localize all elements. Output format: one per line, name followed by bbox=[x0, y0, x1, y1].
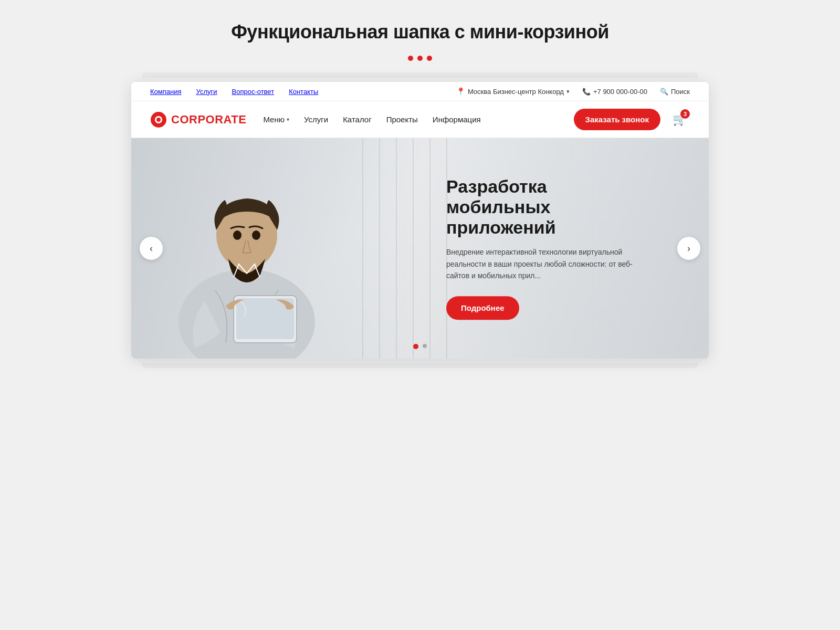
hero-line-4 bbox=[413, 138, 414, 359]
top-bar-nav: Компания Услуги Вопрос-ответ Контакты bbox=[150, 88, 318, 96]
nav-catalog-label: Каталог bbox=[343, 115, 372, 124]
dot-1 bbox=[408, 56, 413, 61]
slider-dot-1[interactable] bbox=[413, 344, 418, 349]
nav-menu-arrow-icon: ▾ bbox=[287, 117, 289, 122]
topbar-link-faq[interactable]: Вопрос-ответ bbox=[232, 88, 274, 96]
hero-more-button[interactable]: Подробнее bbox=[446, 297, 519, 320]
slider-dot-2[interactable] bbox=[423, 344, 427, 348]
decorative-dots bbox=[408, 56, 432, 61]
svg-point-6 bbox=[233, 230, 242, 240]
top-bar: Компания Услуги Вопрос-ответ Контакты 📍 … bbox=[131, 82, 709, 101]
nav-links: Меню ▾ Услуги Каталог Проекты Информация bbox=[263, 115, 573, 124]
dot-3 bbox=[427, 56, 432, 61]
call-button[interactable]: Заказать звонок bbox=[574, 109, 660, 130]
hero-line-5 bbox=[429, 138, 430, 359]
search-label: Поиск bbox=[671, 88, 690, 96]
search-trigger[interactable]: 🔍 Поиск bbox=[660, 88, 690, 96]
nav-link-catalog[interactable]: Каталог bbox=[343, 115, 372, 124]
nav-link-info[interactable]: Информация bbox=[433, 115, 481, 124]
phone-text: +7 900 000-00-00 bbox=[593, 88, 647, 96]
slider-next-icon: › bbox=[687, 243, 690, 254]
logo[interactable]: CORPORATE bbox=[150, 111, 246, 128]
phone-icon: 📞 bbox=[582, 88, 591, 96]
hero-title: Разработка мобильных приложений bbox=[446, 176, 646, 238]
nav-menu-label: Меню bbox=[263, 115, 285, 124]
nav-projects-label: Проекты bbox=[386, 115, 418, 124]
hero-content: Разработка мобильных приложений Внедрени… bbox=[446, 176, 646, 320]
location-chevron-icon: ▾ bbox=[566, 88, 570, 95]
slider-prev-button[interactable]: ‹ bbox=[140, 237, 163, 260]
logo-icon bbox=[150, 111, 167, 128]
nav-bar: CORPORATE Меню ▾ Услуги Каталог Проекты bbox=[131, 101, 709, 138]
location-pin-icon: 📍 bbox=[456, 87, 465, 96]
hero-line-3 bbox=[396, 138, 397, 359]
hero-description: Внедрение интерактивной технологии вирту… bbox=[446, 247, 646, 282]
hero-person-image bbox=[152, 143, 341, 359]
location-info[interactable]: 📍 Москва Бизнес-центр Конкорд ▾ bbox=[456, 87, 570, 96]
slider-next-button[interactable]: › bbox=[677, 237, 700, 260]
location-text: Москва Бизнес-центр Конкорд bbox=[468, 88, 564, 96]
phone-info[interactable]: 📞 +7 900 000-00-00 bbox=[582, 88, 647, 96]
cart-button[interactable]: 🛒 3 bbox=[669, 109, 690, 130]
nav-actions: Заказать звонок 🛒 3 bbox=[574, 109, 690, 130]
svg-point-2 bbox=[156, 118, 161, 122]
slider-dots bbox=[413, 344, 427, 349]
nav-link-projects[interactable]: Проекты bbox=[386, 115, 418, 124]
hero-line-2 bbox=[379, 138, 380, 359]
browser-wrapper: Компания Услуги Вопрос-ответ Контакты 📍 … bbox=[131, 82, 709, 359]
nav-services-label: Услуги bbox=[304, 115, 328, 124]
search-icon: 🔍 bbox=[660, 88, 668, 96]
nav-info-label: Информация bbox=[433, 115, 481, 124]
topbar-link-services[interactable]: Услуги bbox=[196, 88, 217, 96]
top-bar-right: 📍 Москва Бизнес-центр Конкорд ▾ 📞 +7 900… bbox=[456, 87, 690, 96]
dot-2 bbox=[417, 56, 423, 61]
hero-line-1 bbox=[362, 138, 363, 359]
svg-point-7 bbox=[252, 230, 260, 240]
slider-prev-icon: ‹ bbox=[150, 243, 153, 254]
topbar-link-company[interactable]: Компания bbox=[150, 88, 182, 96]
topbar-link-contacts[interactable]: Контакты bbox=[289, 88, 318, 96]
page-title: Функциональная шапка с мини-корзиной bbox=[231, 21, 609, 43]
cart-badge: 3 bbox=[680, 109, 690, 119]
logo-text: CORPORATE bbox=[171, 113, 246, 127]
nav-link-menu[interactable]: Меню ▾ bbox=[263, 115, 289, 124]
hero-section: ‹ Разработка мобильных приложений Внедре… bbox=[131, 138, 709, 359]
browser-card: Компания Услуги Вопрос-ответ Контакты 📍 … bbox=[131, 82, 709, 359]
nav-link-services[interactable]: Услуги bbox=[304, 115, 328, 124]
